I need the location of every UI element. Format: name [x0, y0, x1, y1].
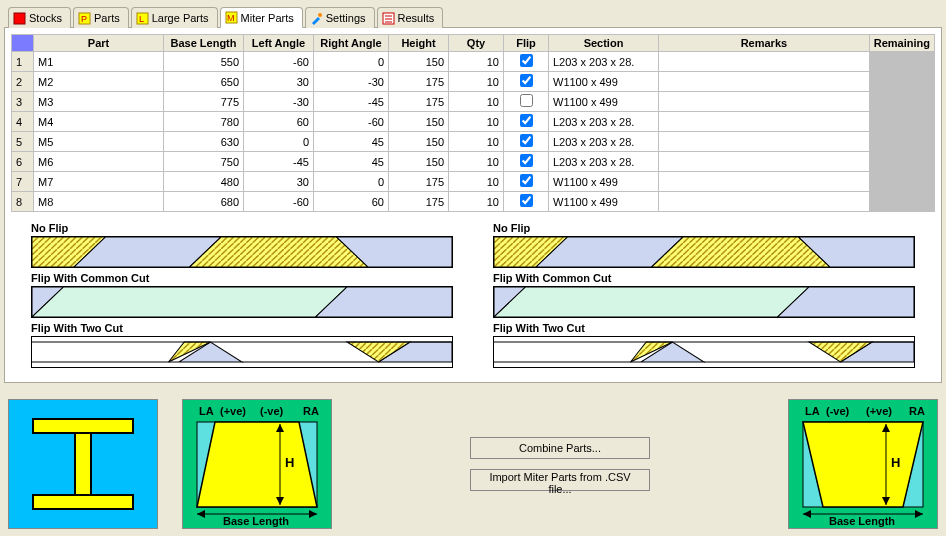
- cell-base[interactable]: 780: [164, 112, 244, 132]
- cell-remaining[interactable]: [869, 132, 934, 152]
- cell-base[interactable]: 650: [164, 72, 244, 92]
- cell-remarks[interactable]: [659, 152, 870, 172]
- cell-base[interactable]: 630: [164, 132, 244, 152]
- cell-section[interactable]: L203 x 203 x 28.: [549, 132, 659, 152]
- flip-checkbox[interactable]: [520, 114, 533, 127]
- cell-ra[interactable]: 0: [314, 52, 389, 72]
- cell-remaining[interactable]: [869, 192, 934, 212]
- col-remaining[interactable]: Remaining: [869, 35, 934, 52]
- table-row[interactable]: 6M6750-454515010L203 x 203 x 28.: [12, 152, 935, 172]
- cell-qty[interactable]: 10: [449, 72, 504, 92]
- row-number[interactable]: 5: [12, 132, 34, 152]
- import-csv-button[interactable]: Import Miter Parts from .CSV file...: [470, 469, 650, 491]
- cell-height[interactable]: 150: [389, 132, 449, 152]
- cell-la[interactable]: 60: [244, 112, 314, 132]
- cell-remaining[interactable]: [869, 112, 934, 132]
- row-number[interactable]: 4: [12, 112, 34, 132]
- table-row[interactable]: 7M748030017510W1100 x 499: [12, 172, 935, 192]
- tab-parts[interactable]: P Parts: [73, 7, 129, 28]
- cell-remarks[interactable]: [659, 72, 870, 92]
- row-number[interactable]: 8: [12, 192, 34, 212]
- cell-part[interactable]: M8: [34, 192, 164, 212]
- cell-flip[interactable]: [504, 92, 549, 112]
- cell-ra[interactable]: 45: [314, 132, 389, 152]
- row-number[interactable]: 3: [12, 92, 34, 112]
- col-left-angle[interactable]: Left Angle: [244, 35, 314, 52]
- tab-stocks[interactable]: Stocks: [8, 7, 71, 28]
- col-right-angle[interactable]: Right Angle: [314, 35, 389, 52]
- row-number[interactable]: 1: [12, 52, 34, 72]
- flip-checkbox[interactable]: [520, 194, 533, 207]
- cell-flip[interactable]: [504, 172, 549, 192]
- cell-height[interactable]: 175: [389, 72, 449, 92]
- cell-ra[interactable]: -60: [314, 112, 389, 132]
- cell-la[interactable]: -60: [244, 192, 314, 212]
- cell-section[interactable]: W1100 x 499: [549, 192, 659, 212]
- cell-height[interactable]: 175: [389, 192, 449, 212]
- table-row[interactable]: 2M265030-3017510W1100 x 499: [12, 72, 935, 92]
- col-height[interactable]: Height: [389, 35, 449, 52]
- cell-flip[interactable]: [504, 112, 549, 132]
- table-row[interactable]: 5M563004515010L203 x 203 x 28.: [12, 132, 935, 152]
- cell-section[interactable]: W1100 x 499: [549, 172, 659, 192]
- cell-ra[interactable]: 60: [314, 192, 389, 212]
- cell-la[interactable]: -30: [244, 92, 314, 112]
- col-base-length[interactable]: Base Length: [164, 35, 244, 52]
- cell-part[interactable]: M3: [34, 92, 164, 112]
- cell-section[interactable]: L203 x 203 x 28.: [549, 52, 659, 72]
- combine-parts-button[interactable]: Combine Parts...: [470, 437, 650, 459]
- flip-checkbox[interactable]: [520, 74, 533, 87]
- cell-qty[interactable]: 10: [449, 152, 504, 172]
- cell-section[interactable]: L203 x 203 x 28.: [549, 152, 659, 172]
- parts-table[interactable]: Part Base Length Left Angle Right Angle …: [11, 34, 935, 212]
- cell-flip[interactable]: [504, 72, 549, 92]
- cell-qty[interactable]: 10: [449, 192, 504, 212]
- cell-remarks[interactable]: [659, 172, 870, 192]
- row-number[interactable]: 6: [12, 152, 34, 172]
- cell-la[interactable]: 30: [244, 172, 314, 192]
- cell-qty[interactable]: 10: [449, 92, 504, 112]
- cell-remarks[interactable]: [659, 192, 870, 212]
- cell-section[interactable]: W1100 x 499: [549, 72, 659, 92]
- cell-base[interactable]: 680: [164, 192, 244, 212]
- col-remarks[interactable]: Remarks: [659, 35, 870, 52]
- cell-part[interactable]: M6: [34, 152, 164, 172]
- cell-flip[interactable]: [504, 152, 549, 172]
- cell-qty[interactable]: 10: [449, 112, 504, 132]
- cell-base[interactable]: 775: [164, 92, 244, 112]
- table-row[interactable]: 8M8680-606017510W1100 x 499: [12, 192, 935, 212]
- cell-remarks[interactable]: [659, 92, 870, 112]
- cell-remaining[interactable]: [869, 152, 934, 172]
- col-section[interactable]: Section: [549, 35, 659, 52]
- row-number[interactable]: 2: [12, 72, 34, 92]
- cell-ra[interactable]: 45: [314, 152, 389, 172]
- cell-remarks[interactable]: [659, 112, 870, 132]
- cell-height[interactable]: 175: [389, 92, 449, 112]
- cell-flip[interactable]: [504, 132, 549, 152]
- table-row[interactable]: 3M3775-30-4517510W1100 x 499: [12, 92, 935, 112]
- cell-remaining[interactable]: [869, 52, 934, 72]
- col-flip[interactable]: Flip: [504, 35, 549, 52]
- cell-la[interactable]: -60: [244, 52, 314, 72]
- tab-miter-parts[interactable]: M Miter Parts: [220, 7, 303, 28]
- cell-flip[interactable]: [504, 52, 549, 72]
- row-number[interactable]: 7: [12, 172, 34, 192]
- tab-results[interactable]: Results: [377, 7, 444, 28]
- cell-base[interactable]: 550: [164, 52, 244, 72]
- cell-section[interactable]: W1100 x 499: [549, 92, 659, 112]
- tab-large-parts[interactable]: L Large Parts: [131, 7, 218, 28]
- cell-height[interactable]: 175: [389, 172, 449, 192]
- flip-checkbox[interactable]: [520, 174, 533, 187]
- cell-la[interactable]: 0: [244, 132, 314, 152]
- cell-qty[interactable]: 10: [449, 172, 504, 192]
- cell-la[interactable]: 30: [244, 72, 314, 92]
- cell-remaining[interactable]: [869, 92, 934, 112]
- table-row[interactable]: 4M478060-6015010L203 x 203 x 28.: [12, 112, 935, 132]
- cell-qty[interactable]: 10: [449, 132, 504, 152]
- cell-la[interactable]: -45: [244, 152, 314, 172]
- cell-height[interactable]: 150: [389, 152, 449, 172]
- cell-base[interactable]: 750: [164, 152, 244, 172]
- col-part[interactable]: Part: [34, 35, 164, 52]
- cell-part[interactable]: M5: [34, 132, 164, 152]
- cell-section[interactable]: L203 x 203 x 28.: [549, 112, 659, 132]
